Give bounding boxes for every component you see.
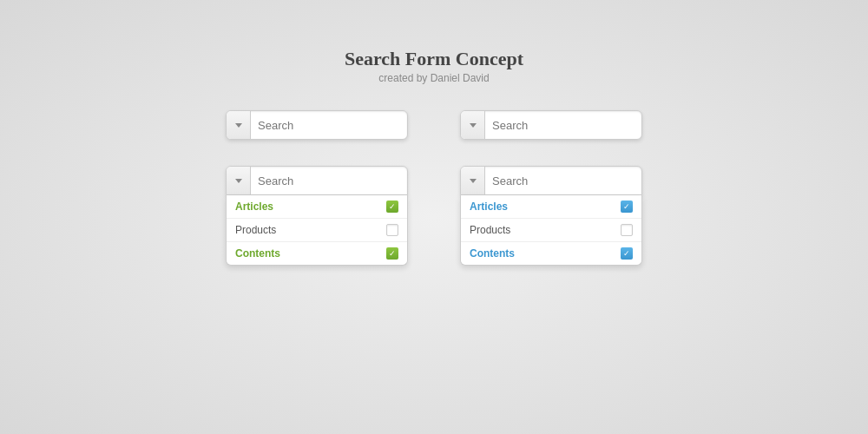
search-bar-top-left xyxy=(226,110,408,140)
search-bar-bottom-right xyxy=(460,166,642,195)
search-form-bottom-left: Articles ✓ Products Contents ✓ xyxy=(226,166,408,266)
page-subtitle: created by Daniel David xyxy=(345,72,523,84)
chevron-icon xyxy=(470,179,477,183)
search-form-top-right xyxy=(460,110,642,140)
left-column: Articles ✓ Products Contents ✓ xyxy=(226,110,408,266)
chevron-icon xyxy=(235,123,242,128)
search-bar-top-right xyxy=(460,110,642,140)
right-column: Articles ✓ Products Contents ✓ xyxy=(460,110,642,266)
checkbox-contents[interactable]: ✓ xyxy=(386,247,398,260)
search-form-top-left xyxy=(226,110,408,140)
search-input-bottom-left[interactable] xyxy=(251,167,408,194)
chevron-icon xyxy=(470,123,477,128)
checkbox-articles[interactable]: ✓ xyxy=(621,201,633,213)
item-label-articles: Articles xyxy=(235,201,273,213)
list-item[interactable]: Products xyxy=(461,219,641,242)
page-title: Search Form Concept xyxy=(345,48,523,70)
item-label-products: Products xyxy=(235,224,276,236)
item-label-articles: Articles xyxy=(470,201,508,213)
dropdown-toggle-bottom-left[interactable] xyxy=(227,167,251,194)
list-item[interactable]: Articles ✓ xyxy=(227,195,407,219)
dropdown-panel-bottom-left: Articles ✓ Products Contents ✓ xyxy=(226,195,408,266)
item-label-contents: Contents xyxy=(470,247,515,260)
checkbox-products[interactable] xyxy=(386,224,398,236)
search-bar-bottom-left xyxy=(226,166,408,195)
search-input-bottom-right[interactable] xyxy=(485,167,642,194)
checkbox-products[interactable] xyxy=(621,224,633,236)
search-input-top-right[interactable] xyxy=(485,111,642,139)
dropdown-toggle-top-right[interactable] xyxy=(461,111,485,139)
checkbox-contents[interactable]: ✓ xyxy=(621,247,633,260)
chevron-icon xyxy=(235,179,242,183)
search-form-bottom-right: Articles ✓ Products Contents ✓ xyxy=(460,166,642,266)
forms-container: Articles ✓ Products Contents ✓ xyxy=(226,110,642,266)
list-item[interactable]: Contents ✓ xyxy=(461,242,641,265)
dropdown-panel-bottom-right: Articles ✓ Products Contents ✓ xyxy=(460,195,642,266)
checkbox-articles[interactable]: ✓ xyxy=(386,201,398,213)
page-header: Search Form Concept created by Daniel Da… xyxy=(345,48,523,84)
item-label-products: Products xyxy=(470,224,510,236)
list-item[interactable]: Contents ✓ xyxy=(227,242,407,265)
search-input-top-left[interactable] xyxy=(251,111,408,139)
dropdown-toggle-bottom-right[interactable] xyxy=(461,167,485,194)
list-item[interactable]: Products xyxy=(227,219,407,242)
list-item[interactable]: Articles ✓ xyxy=(461,195,641,219)
item-label-contents: Contents xyxy=(235,247,280,260)
dropdown-toggle-top-left[interactable] xyxy=(227,111,251,139)
